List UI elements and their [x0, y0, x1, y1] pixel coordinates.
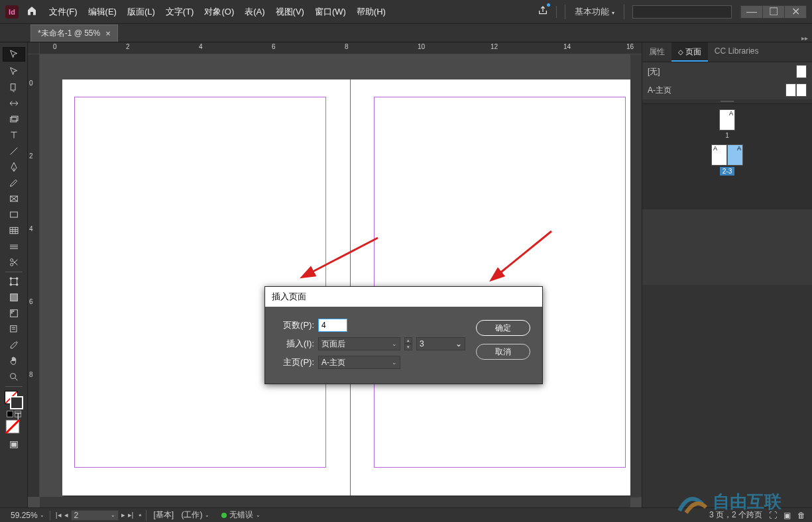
- share-icon[interactable]: [538, 5, 548, 19]
- svg-point-11: [10, 284, 12, 286]
- page-navigation: |◂ ◂ 2⌄ ▸ ▸| ⭑: [52, 510, 147, 521]
- gradient-swatch-tool[interactable]: [8, 291, 20, 303]
- preflight-status[interactable]: 无错误 ⌄: [216, 509, 266, 521]
- master-none-row[interactable]: [无]: [642, 62, 812, 81]
- page-1-label: 1: [725, 132, 729, 139]
- selection-tool[interactable]: [3, 47, 25, 62]
- tools-panel: T: [0, 42, 28, 507]
- svg-rect-2: [11, 116, 17, 121]
- menu-type[interactable]: 文字(T): [166, 6, 194, 18]
- panel-menu-icon[interactable]: ⛶: [769, 511, 777, 520]
- new-page-icon[interactable]: ▣: [783, 511, 791, 520]
- tab-cc-libraries[interactable]: CC Libraries: [708, 42, 766, 62]
- document-tab-bar: *未命名-1 @ 55% × ▸▸: [0, 24, 812, 42]
- master-label: 主页(P):: [277, 356, 314, 368]
- fill-stroke-swatch[interactable]: [5, 391, 23, 409]
- document-tab[interactable]: *未命名-1 @ 55% ×: [30, 25, 118, 42]
- horizontal-scrollbar[interactable]: [40, 497, 630, 507]
- horizontal-ruler[interactable]: 0 2 4 6 8 10 12 14 16: [40, 42, 642, 54]
- rectangle-tool[interactable]: [8, 209, 20, 221]
- svg-rect-5: [10, 227, 18, 233]
- hand-tool-alt[interactable]: [8, 240, 20, 252]
- scissors-tool[interactable]: [8, 256, 20, 268]
- pen-tool[interactable]: [8, 161, 20, 173]
- page-tool[interactable]: [8, 81, 20, 93]
- tab-close-icon[interactable]: ×: [105, 28, 111, 38]
- panel-collapse-icon[interactable]: ▸▸: [801, 34, 808, 42]
- document-tab-title: *未命名-1 @ 55%: [38, 28, 100, 39]
- vertical-scrollbar[interactable]: [630, 54, 642, 497]
- insert-pages-dialog: 插入页面 页数(P): 插入(I): 页面后⌄ ▴▾ 3⌄ 主页(P):: [264, 286, 543, 384]
- ok-button[interactable]: 确定: [476, 320, 530, 336]
- insert-position-select[interactable]: 页面后⌄: [318, 337, 400, 350]
- svg-point-7: [10, 263, 13, 266]
- workspace-switcher[interactable]: 基本功能 ▾: [565, 5, 624, 19]
- content-collector-tool[interactable]: [8, 113, 20, 125]
- mode-status[interactable]: [基本] (工作) ⌄: [148, 509, 215, 521]
- menu-window[interactable]: 窗口(W): [315, 6, 346, 18]
- trash-icon[interactable]: 🗑: [797, 511, 805, 520]
- page-count-input[interactable]: [318, 319, 347, 332]
- pages-panel: [无] A-主页 A 1 A A 2-3: [642, 62, 812, 285]
- eyedropper-tool[interactable]: [8, 339, 20, 351]
- direct-selection-tool[interactable]: [8, 66, 20, 78]
- zoom-control[interactable]: 59.25%⌄: [5, 511, 50, 520]
- search-box[interactable]: [632, 5, 732, 19]
- vertical-ruler[interactable]: 0 2 4 6 8: [28, 54, 40, 497]
- after-page-input[interactable]: 3⌄: [416, 337, 465, 350]
- svg-point-16: [10, 374, 15, 379]
- window-controls: — ☐ ✕: [740, 5, 807, 19]
- home-icon[interactable]: [27, 5, 37, 19]
- svg-point-10: [16, 278, 18, 280]
- document-canvas[interactable]: 0 2 4 6 8 10 12 14 16 0 2 4 6 8: [28, 42, 642, 507]
- window-maximize[interactable]: ☐: [762, 6, 784, 18]
- window-close[interactable]: ✕: [784, 6, 806, 18]
- pencil-tool[interactable]: [8, 177, 20, 189]
- table-tool[interactable]: [8, 225, 20, 236]
- cancel-button[interactable]: 取消: [476, 344, 530, 360]
- note-tool[interactable]: [8, 323, 20, 335]
- page-margin-right: [374, 97, 626, 468]
- menu-help[interactable]: 帮助(H): [357, 6, 386, 18]
- menu-table[interactable]: 表(A): [245, 6, 264, 18]
- svg-rect-13: [10, 294, 17, 301]
- page-number-stepper[interactable]: ▴▾: [404, 337, 412, 350]
- menu-edit[interactable]: 编辑(E): [88, 6, 117, 18]
- color-mode-row[interactable]: T: [7, 411, 21, 417]
- type-tool[interactable]: [8, 129, 20, 141]
- insert-label: 插入(I):: [277, 338, 314, 350]
- page-thumb-1[interactable]: A: [719, 109, 735, 130]
- master-a-row[interactable]: A-主页: [642, 81, 812, 99]
- free-transform-tool[interactable]: [8, 276, 20, 287]
- gap-tool[interactable]: [8, 97, 20, 109]
- next-page-icon[interactable]: ▸: [121, 511, 125, 519]
- pages-summary: 3 页，2 个跨页: [709, 509, 762, 521]
- screen-mode-tool[interactable]: [8, 439, 20, 451]
- master-page-select[interactable]: A-主页⌄: [318, 356, 400, 369]
- line-tool[interactable]: [8, 145, 20, 157]
- current-page-field[interactable]: 2⌄: [71, 510, 119, 521]
- rectangle-frame-tool[interactable]: [8, 193, 20, 205]
- zoom-tool[interactable]: [8, 371, 20, 383]
- menu-file[interactable]: 文件(F): [49, 6, 78, 18]
- open-icon[interactable]: ⭑: [139, 511, 142, 519]
- page-thumb-2-3[interactable]: A A: [711, 144, 743, 166]
- hand-tool[interactable]: [8, 355, 20, 367]
- pages-nav: A 1 A A 2-3: [642, 103, 812, 209]
- prev-page-icon[interactable]: ◂: [64, 511, 68, 519]
- ruler-origin[interactable]: [28, 42, 40, 54]
- menu-layout[interactable]: 版面(L): [127, 6, 155, 18]
- menu-view[interactable]: 视图(V): [276, 6, 304, 18]
- tab-properties[interactable]: 属性: [642, 42, 671, 62]
- menu-object[interactable]: 对象(O): [204, 6, 234, 18]
- last-page-icon[interactable]: ▸|: [128, 511, 134, 519]
- svg-rect-15: [10, 326, 16, 332]
- first-page-icon[interactable]: |◂: [56, 511, 62, 519]
- dialog-title: 插入页面: [265, 287, 542, 307]
- tab-pages[interactable]: ◇ 页面: [671, 42, 708, 62]
- preflight-ok-icon: [221, 513, 227, 518]
- window-minimize[interactable]: —: [740, 6, 762, 18]
- gradient-feather-tool[interactable]: [8, 307, 20, 319]
- color-apply-swatch[interactable]: [5, 419, 23, 437]
- svg-point-12: [16, 284, 18, 286]
